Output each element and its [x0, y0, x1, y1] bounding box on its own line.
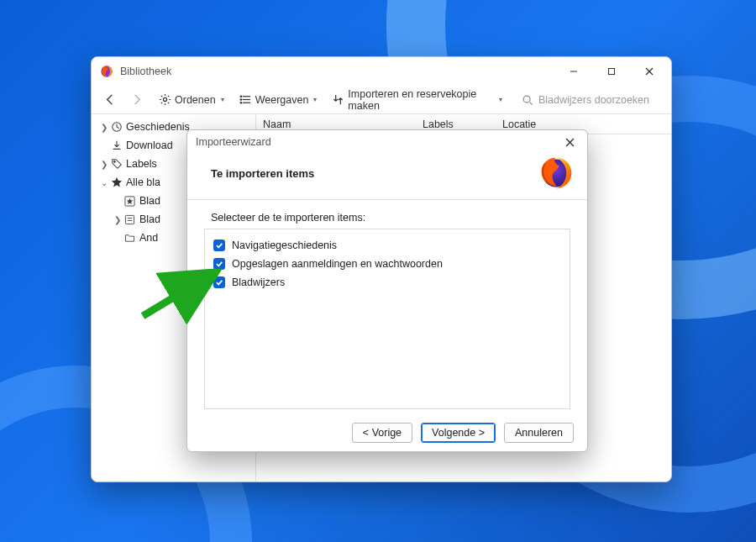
- list-icon: [239, 93, 252, 106]
- search-wrap: [521, 93, 664, 106]
- tag-icon: [110, 158, 123, 171]
- organize-menu[interactable]: Ordenen ▾: [154, 91, 229, 108]
- chevron-right-icon: ❯: [98, 160, 110, 169]
- search-input[interactable]: [538, 94, 664, 106]
- svg-point-12: [523, 96, 530, 103]
- checkbox-row-bookmarks[interactable]: Bladwijzers: [213, 273, 561, 292]
- chevron-down-icon: ⌄: [98, 178, 110, 187]
- tree-label: Blad: [139, 213, 160, 225]
- svg-line-23: [143, 276, 210, 316]
- svg-rect-17: [125, 215, 134, 224]
- tree-label: And: [139, 232, 158, 244]
- organize-label: Ordenen: [175, 94, 216, 106]
- checkbox-label: Bladwijzers: [232, 276, 285, 288]
- maximize-button[interactable]: [592, 59, 630, 84]
- chevron-right-icon: ❯: [112, 215, 123, 224]
- tree-label: Alle bla: [126, 176, 160, 188]
- views-menu[interactable]: Weergaven ▾: [234, 91, 323, 108]
- dialog-titlebar: Importeerwizard: [187, 130, 587, 154]
- checkbox-row-logins[interactable]: Opgeslagen aanmeldingen en wachtwoorden: [213, 255, 561, 273]
- close-button[interactable]: [630, 59, 668, 84]
- dialog-heading: Te importeren items: [211, 167, 314, 180]
- column-labels[interactable]: Labels: [416, 118, 496, 130]
- gear-icon: [159, 93, 171, 106]
- svg-rect-2: [608, 68, 614, 74]
- chevron-down-icon: ▾: [313, 96, 317, 103]
- prompt-label: Selecteer de te importeren items:: [211, 212, 570, 224]
- import-label: Importeren en reservekopie maken: [348, 88, 494, 112]
- checkbox-label: Opgeslagen aanmeldingen en wachtwoorden: [232, 258, 443, 270]
- items-box: Navigatiegeschiedenis Opgeslagen aanmeld…: [204, 229, 570, 409]
- import-wizard-dialog: Importeerwizard Te importeren items Sele…: [186, 129, 588, 452]
- chevron-right-icon: ❯: [98, 123, 110, 132]
- import-menu[interactable]: Importeren en reservekopie maken ▾: [327, 86, 507, 114]
- firefox-icon: [100, 65, 113, 78]
- tree-label: Labels: [126, 158, 157, 170]
- svg-point-9: [240, 96, 242, 97]
- svg-point-15: [113, 161, 115, 163]
- firefox-logo: [538, 155, 574, 191]
- column-location[interactable]: Locatie: [496, 118, 671, 130]
- window-title: Bibliotheek: [120, 66, 171, 77]
- dialog-header: Te importeren items: [187, 154, 587, 199]
- column-name[interactable]: Naam: [256, 118, 416, 130]
- svg-point-5: [163, 97, 166, 101]
- bookmark-list-icon: [123, 213, 136, 226]
- tree-label: Download: [126, 139, 173, 151]
- annotation-arrow: [136, 269, 228, 328]
- back-button[interactable]: [98, 91, 121, 108]
- checkbox-checked-icon: [213, 239, 225, 251]
- views-label: Weergaven: [255, 94, 309, 106]
- import-export-icon: [332, 93, 344, 106]
- checkbox-label: Navigatiegeschiedenis: [232, 239, 337, 251]
- tree-label: Blad: [139, 195, 160, 207]
- forward-button[interactable]: [126, 91, 149, 108]
- clock-icon: [110, 121, 123, 134]
- search-icon: [521, 93, 533, 106]
- star-icon: [110, 176, 123, 189]
- checkbox-checked-icon: [213, 258, 225, 270]
- cancel-button[interactable]: Annuleren: [504, 423, 574, 443]
- minimize-button[interactable]: [554, 59, 592, 84]
- folder-icon: [123, 232, 136, 245]
- chevron-down-icon: ▾: [499, 96, 502, 103]
- svg-point-11: [240, 103, 242, 104]
- dialog-footer: < Vorige Volgende > Annuleren: [187, 414, 587, 451]
- svg-line-13: [529, 102, 532, 104]
- dialog-title: Importeerwizard: [196, 136, 271, 148]
- back-button[interactable]: < Vorige: [352, 423, 412, 443]
- next-button[interactable]: Volgende >: [421, 423, 496, 443]
- chevron-down-icon: ▾: [221, 96, 224, 103]
- checkbox-row-history[interactable]: Navigatiegeschiedenis: [213, 236, 561, 255]
- tree-label: Geschiedenis: [126, 121, 190, 133]
- toolbar: Ordenen ▾ Weergaven ▾ Importeren en rese…: [92, 86, 671, 114]
- dialog-close-button[interactable]: [555, 132, 584, 152]
- svg-point-10: [240, 99, 242, 101]
- download-icon: [110, 139, 123, 152]
- titlebar: Bibliotheek: [92, 57, 671, 86]
- dialog-body: Selecteer de te importeren items: Naviga…: [187, 200, 587, 414]
- star-outline-icon: [123, 195, 136, 208]
